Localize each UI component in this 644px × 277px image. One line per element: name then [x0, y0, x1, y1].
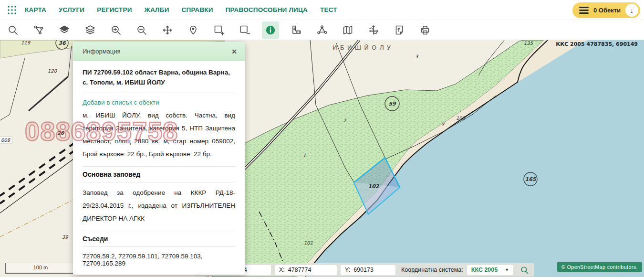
svg-text:165: 165 [525, 176, 537, 182]
select-features-icon [33, 24, 44, 36]
top-navbar: КАРТА УСЛУГИ РЕГИСТРИ ЖАЛБИ СПРАВКИ ПРАВ… [0, 0, 644, 20]
parcel-label: 39 [62, 234, 69, 240]
map-statusbar: Мащаб 1: 2134 X: 4787774 Y: 690173 Коорд… [195, 263, 534, 277]
popup-title: Информация [83, 48, 229, 55]
tool-select-rect-add-button[interactable] [210, 21, 228, 39]
statusbar-search-button[interactable] [520, 266, 529, 275]
crs-dropdown[interactable]: ККС 2005 ▼ [467, 265, 513, 275]
nav-item-zhalbi[interactable]: ЖАЛБИ [145, 6, 169, 13]
x-value: 4787774 [288, 266, 312, 273]
nav-item-uslugi[interactable]: УСЛУГИ [59, 6, 84, 13]
tool-pan-button[interactable] [159, 21, 176, 39]
svg-text:36: 36 [58, 40, 66, 46]
location-pin-icon [187, 24, 199, 36]
crs-label: Координатна система: [401, 266, 463, 273]
info-popup-body: ПИ 72709.59.102 област Варна, община Вар… [73, 61, 245, 275]
layers-outline-icon [84, 24, 96, 36]
tool-layers-filled-button[interactable] [56, 21, 73, 39]
parcel-title: ПИ 72709.59.102 област Варна, община Вар… [83, 68, 235, 93]
zoom-in-icon [110, 24, 122, 36]
info-popup: Информация ✕ ПИ 72709.59.102 област Варн… [73, 42, 245, 275]
parcel-badge-008: 008 [0, 137, 12, 143]
tool-search-button[interactable] [4, 21, 21, 39]
tool-print-button[interactable] [416, 21, 434, 39]
objects-expand-button[interactable]: ↓ [625, 4, 638, 17]
export-page-icon [394, 24, 405, 36]
nav-item-registri[interactable]: РЕГИСТРИ [97, 6, 132, 13]
info-icon [265, 24, 276, 36]
transform-coordinates-icon [368, 24, 379, 36]
map-scale-bar: 100 m [5, 263, 76, 274]
cadastral-map-app: 102 119 120 26 008 3 135 2 у 103 1 101 3… [0, 0, 644, 277]
crs-value: ККС 2005 [471, 266, 498, 273]
app-grid-icon[interactable] [7, 5, 17, 15]
parcel-label: 26 [57, 130, 64, 136]
parcel-label: 101 [304, 240, 313, 245]
zoom-out-icon [136, 24, 147, 36]
nav-item-pravosposobni-litsa[interactable]: ПРАВОСПОСОБНИ ЛИЦА [226, 6, 308, 13]
x-label: X: [279, 266, 285, 273]
parcel-label: 135 [524, 41, 533, 46]
tool-select-features-button[interactable] [30, 21, 47, 39]
select-rect-add-icon [213, 24, 225, 36]
osm-attribution: © OpenStreetMap contributors. [557, 262, 642, 272]
measure-ruler-icon [291, 24, 302, 36]
info-popup-header: Информация ✕ [73, 42, 245, 61]
parcel-label: 1 [303, 153, 306, 158]
close-icon[interactable]: ✕ [229, 47, 239, 56]
map-sheets-icon [342, 24, 353, 36]
print-icon [419, 24, 431, 36]
parcel-description: м. ИБИШ ЙОЛУ, вид собств. Частна, вид те… [83, 109, 235, 160]
parcel-label: 119 [21, 40, 31, 45]
tool-zoom-in-button[interactable] [107, 21, 125, 39]
parcel-label: 2 [343, 118, 346, 123]
select-rect-remove-icon [239, 24, 250, 36]
selected-parcel-label: 102 [368, 183, 380, 190]
tool-layers-outline-button[interactable] [82, 21, 99, 39]
y-coordinate-field[interactable]: Y: 690173 [341, 265, 395, 275]
layers-filled-icon [59, 24, 70, 36]
tool-select-rect-remove-button[interactable] [236, 21, 253, 39]
parcel-label: 120 [48, 68, 58, 74]
polygon-measure-icon [316, 24, 328, 36]
parcel-label: 103 [456, 116, 466, 121]
search-icon [7, 24, 19, 36]
y-value: 690173 [353, 266, 374, 273]
tool-info-button[interactable] [262, 21, 279, 39]
objects-list-button[interactable]: 0 Обекти ↓ [572, 2, 640, 18]
nav-item-test[interactable]: ТЕСТ [320, 6, 337, 13]
svg-text:008: 008 [1, 138, 11, 143]
tool-zoom-out-button[interactable] [133, 21, 150, 39]
tool-transform-coordinates-button[interactable] [365, 21, 382, 39]
tool-export-button[interactable] [391, 21, 408, 39]
tool-polygon-measure-button[interactable] [313, 21, 331, 39]
chevron-down-icon: ▼ [505, 267, 509, 272]
tool-map-sheets-button[interactable] [339, 21, 356, 39]
svg-text:59: 59 [388, 101, 396, 107]
search-icon [520, 266, 529, 275]
neighbors-list: 72709.59.2, 72709.59.101, 72709.59.103, … [83, 253, 235, 267]
add-to-objects-link[interactable]: Добави в списък с обекти [83, 99, 235, 106]
parcel-label: 3 [415, 54, 418, 59]
x-coordinate-field[interactable]: X: 4787774 [275, 265, 337, 275]
order-section-title: Основна заповед [83, 166, 235, 182]
hamburger-icon [579, 7, 589, 14]
neighbors-section-title: Съседи [83, 231, 235, 247]
nav-item-karta[interactable]: КАРТА [25, 6, 46, 13]
order-text: Заповед за одобрение на КККР РД-18-29/23… [83, 186, 235, 225]
tool-measure-button[interactable] [288, 21, 305, 39]
locality-label: ИБИШЙОЛУ [332, 44, 394, 51]
pan-icon [162, 24, 173, 36]
objects-count-label: 0 Обекти [593, 7, 621, 14]
tool-location-pin-button[interactable] [185, 21, 202, 39]
y-label: Y: [345, 266, 350, 273]
cursor-coordinates-readout: ККС 2005 4787835, 690149 [556, 41, 638, 47]
map-toolbar [0, 20, 644, 40]
nav-item-spravki[interactable]: СПРАВКИ [182, 6, 213, 13]
